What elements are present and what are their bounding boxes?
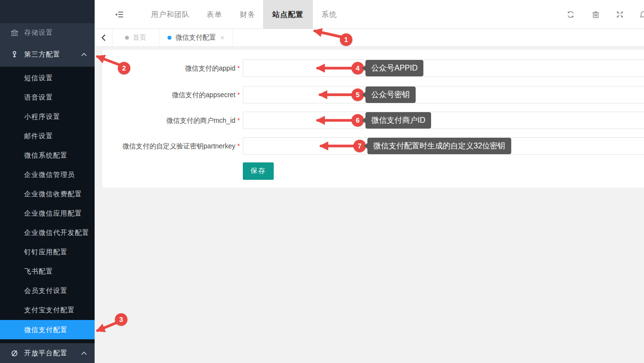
key-icon (11, 51, 18, 58)
close-icon[interactable]: × (220, 34, 224, 42)
sidebar-section-label: 开放平台配置 (24, 349, 68, 358)
field-label: 微信支付的商户mch_id* (102, 112, 240, 129)
partnerkey-input[interactable] (243, 137, 644, 155)
main-content: 微信支付的appid* 微信支付的appsecret* 微信支付的商户mch_i… (95, 47, 644, 363)
nav-item-forms[interactable]: 表单 (207, 0, 222, 29)
required-mark: * (238, 116, 240, 124)
save-button[interactable]: 保存 (243, 162, 274, 180)
sidebar-section-label: 第三方配置 (24, 50, 60, 59)
required-mark: * (238, 64, 240, 72)
required-mark: * (238, 91, 240, 99)
partial-icon[interactable] (639, 10, 644, 19)
sidebar-section-third-party[interactable]: 第三方配置 (0, 43, 95, 67)
sidebar-item-dingtalk[interactable]: 钉钉应用配置 (0, 242, 95, 261)
nav-item-finance[interactable]: 财务 (240, 0, 255, 29)
nav-item-users-teams[interactable]: 用户和团队 (151, 0, 190, 29)
form-row-mchid: 微信支付的商户mch_id* (102, 112, 644, 129)
sidebar: 存储设置 第三方配置 短信设置 语音设置 小程序设置 邮件设置 微信系统配置 企… (0, 0, 95, 363)
sidebar-item-member-pay[interactable]: 会员支付设置 (0, 281, 95, 300)
sidebar-item-feishu[interactable]: 飞书配置 (0, 261, 95, 281)
sidebar-item-wecom-app[interactable]: 企业微信应用配置 (0, 203, 95, 223)
sidebar-item-wechat-pay-active[interactable]: 微信支付配置 (0, 320, 95, 339)
chevron-up-icon (81, 53, 87, 57)
sidebar-top-spacer (0, 0, 95, 23)
field-label: 微信支付的自定义验证密钥partnerkey* (102, 137, 240, 155)
sidebar-submenu: 短信设置 语音设置 小程序设置 邮件设置 微信系统配置 企业微信管理员 企业微信… (0, 68, 95, 339)
tab-bar: 首页 微信支付配置 × (95, 29, 644, 47)
tab-label: 首页 (133, 33, 146, 42)
sidebar-item-mail[interactable]: 邮件设置 (0, 126, 95, 145)
sidebar-item-wecom-admin[interactable]: 企业微信管理员 (0, 165, 95, 184)
tab-label: 微信支付配置 (175, 33, 216, 42)
tab-dot-icon (125, 36, 129, 40)
fullscreen-icon[interactable] (616, 10, 624, 19)
sidebar-item-wecom-fee[interactable]: 企业微信收费配置 (0, 184, 95, 203)
tab-scroll-left-button[interactable] (95, 29, 112, 46)
nav-item-system[interactable]: 系统 (322, 0, 337, 29)
open-platform-icon (11, 349, 18, 357)
form-card: 微信支付的appid* 微信支付的appsecret* 微信支付的商户mch_i… (102, 50, 644, 188)
tab-dot-icon (168, 36, 171, 40)
refresh-icon[interactable] (566, 10, 575, 19)
nav-item-site-config[interactable]: 站点配置 (263, 0, 313, 29)
chevron-up-icon (81, 351, 87, 355)
sidebar-item-wechat-system[interactable]: 微信系统配置 (0, 145, 95, 165)
field-label: 微信支付的appsecret* (102, 86, 240, 103)
collapse-sidebar-icon[interactable] (115, 10, 124, 19)
tab-wechat-pay-config[interactable]: 微信支付配置 × (159, 29, 233, 46)
sidebar-item-alipay[interactable]: 支付宝支付配置 (0, 300, 95, 319)
trash-icon[interactable] (591, 10, 600, 19)
sidebar-section-storage[interactable]: 存储设置 (0, 23, 95, 43)
form-row-appid: 微信支付的appid* (102, 59, 644, 77)
appid-input[interactable] (243, 59, 644, 77)
sidebar-item-sms[interactable]: 短信设置 (0, 68, 95, 87)
mchid-input[interactable] (243, 112, 644, 129)
form-row-partnerkey: 微信支付的自定义验证密钥partnerkey* (102, 137, 644, 155)
bank-icon (11, 29, 18, 37)
sidebar-section-label: 存储设置 (24, 29, 53, 37)
form-row-appsecret: 微信支付的appsecret* (102, 86, 644, 103)
sidebar-item-miniprogram[interactable]: 小程序设置 (0, 107, 95, 126)
required-mark: * (238, 142, 240, 150)
sidebar-item-wecom-dev[interactable]: 企业微信代开发配置 (0, 223, 95, 242)
field-label: 微信支付的appid* (102, 59, 240, 77)
sidebar-section-open-platform[interactable]: 开放平台配置 (0, 343, 95, 363)
sidebar-item-voice[interactable]: 语音设置 (0, 87, 95, 107)
appsecret-input[interactable] (243, 86, 644, 103)
top-navbar: 用户和团队 表单 财务 站点配置 系统 (95, 0, 644, 29)
tab-home[interactable]: 首页 (112, 29, 159, 46)
